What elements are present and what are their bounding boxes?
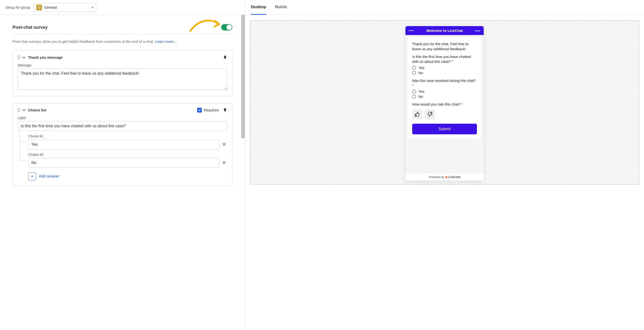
drag-handle-icon[interactable] bbox=[18, 56, 20, 59]
required-toggle[interactable]: Required bbox=[197, 108, 218, 113]
tab-mobile[interactable]: Mobile bbox=[275, 0, 287, 15]
choice-row: Choice #2 bbox=[28, 153, 227, 168]
choice-label: Choice #1 bbox=[28, 134, 227, 138]
block-title: Thank you message bbox=[28, 55, 62, 60]
choice-input[interactable] bbox=[28, 158, 220, 168]
checkbox-checked-icon bbox=[197, 108, 202, 113]
choice-row: Choice #1 bbox=[28, 134, 227, 149]
topbar: Setup for group G General ▼ bbox=[0, 0, 245, 15]
plus-icon: + bbox=[28, 172, 36, 180]
message-label: Message bbox=[18, 63, 227, 67]
radio-icon bbox=[412, 90, 416, 94]
callout-arrow-icon bbox=[189, 17, 223, 34]
page-title: Post-chat survey bbox=[12, 25, 48, 30]
block-title: Choice list bbox=[28, 108, 46, 112]
question-3: How would you rate this chat? * bbox=[412, 102, 477, 107]
more-icon[interactable]: ••• bbox=[409, 29, 414, 33]
survey-card: Thank you for the chat. Feel free to lea… bbox=[408, 38, 481, 139]
preview-canvas: ••• Welcome to LiveChat — Thank you for … bbox=[250, 20, 639, 185]
chat-widget: ••• Welcome to LiveChat — Thank you for … bbox=[406, 26, 484, 181]
survey-toggle[interactable] bbox=[221, 24, 232, 31]
radio-icon bbox=[412, 66, 416, 70]
required-star-icon: * bbox=[452, 60, 453, 64]
required-label: Required bbox=[204, 108, 218, 112]
choice-list-block: Choice list Required bbox=[12, 103, 232, 186]
section-description: Post-chat surveys allow you to get helpf… bbox=[12, 39, 232, 44]
radio-icon bbox=[412, 71, 416, 75]
radio-icon bbox=[412, 95, 416, 99]
submit-button[interactable]: Submit bbox=[412, 124, 477, 134]
choice-label: Choice #2 bbox=[28, 153, 227, 157]
chevron-down-icon[interactable] bbox=[22, 109, 26, 112]
minimize-icon[interactable]: — bbox=[475, 30, 480, 32]
required-star-icon: * bbox=[462, 102, 463, 106]
intro-text: Thank you for the chat. Feel free to lea… bbox=[412, 41, 477, 52]
radio-option[interactable]: Yes bbox=[412, 66, 477, 70]
thumbs-down-icon bbox=[427, 112, 432, 117]
radio-option[interactable]: No bbox=[412, 71, 477, 75]
required-star-icon: * bbox=[412, 83, 414, 88]
learn-more-link[interactable]: Learn more... bbox=[155, 39, 176, 44]
chevron-down-icon[interactable] bbox=[22, 56, 26, 59]
close-icon bbox=[222, 143, 226, 146]
chat-bubble-icon: ◉ bbox=[445, 175, 448, 179]
chevron-down-icon: ▼ bbox=[91, 6, 94, 9]
close-icon bbox=[222, 161, 226, 164]
add-answer-button[interactable]: + Add answer bbox=[28, 172, 60, 180]
survey-editor: Post-chat survey Post-chat surveys allow… bbox=[0, 15, 245, 195]
delete-button[interactable] bbox=[223, 55, 227, 60]
tab-desktop[interactable]: Desktop bbox=[251, 0, 266, 15]
thumbs-up-icon bbox=[414, 112, 420, 117]
clear-choice-button[interactable] bbox=[221, 142, 227, 147]
clear-choice-button[interactable] bbox=[221, 160, 227, 165]
thumbs-down-button[interactable] bbox=[425, 109, 435, 119]
setup-for-group-label: Setup for group bbox=[5, 5, 30, 10]
trash-icon bbox=[223, 108, 227, 112]
question-2: Was the case resolved during the chat? * bbox=[412, 78, 477, 88]
group-badge: G bbox=[36, 5, 42, 11]
branch-line-icon bbox=[20, 126, 26, 142]
thumbs-up-button[interactable] bbox=[412, 109, 422, 119]
radio-option[interactable]: Yes bbox=[412, 89, 477, 94]
widget-title: Welcome to LiveChat bbox=[426, 29, 463, 33]
preview-area: ••• Welcome to LiveChat — Thank you for … bbox=[245, 15, 644, 330]
group-name: General bbox=[44, 5, 57, 10]
drag-handle-icon[interactable] bbox=[18, 108, 20, 112]
radio-option[interactable]: No bbox=[412, 95, 477, 99]
thank-you-block: Thank you message Message Thank you for … bbox=[12, 50, 232, 96]
widget-header: ••• Welcome to LiveChat — bbox=[406, 26, 484, 35]
label-input[interactable] bbox=[18, 121, 227, 131]
group-select[interactable]: G General ▼ bbox=[34, 3, 96, 12]
choice-input[interactable] bbox=[28, 140, 220, 149]
label-field-label: Label bbox=[18, 116, 227, 120]
trash-icon bbox=[223, 55, 227, 59]
delete-button[interactable] bbox=[223, 108, 227, 113]
powered-by: Powered by ◉LiveChat bbox=[406, 173, 484, 181]
question-1: Is this the first time you have chatted … bbox=[412, 54, 477, 64]
preview-tabs: Desktop Mobile bbox=[245, 0, 644, 15]
branch-line-icon bbox=[20, 144, 26, 160]
message-input[interactable]: Thank you for the chat. Feel free to lea… bbox=[18, 69, 227, 90]
brand-label: LiveChat bbox=[448, 175, 460, 179]
